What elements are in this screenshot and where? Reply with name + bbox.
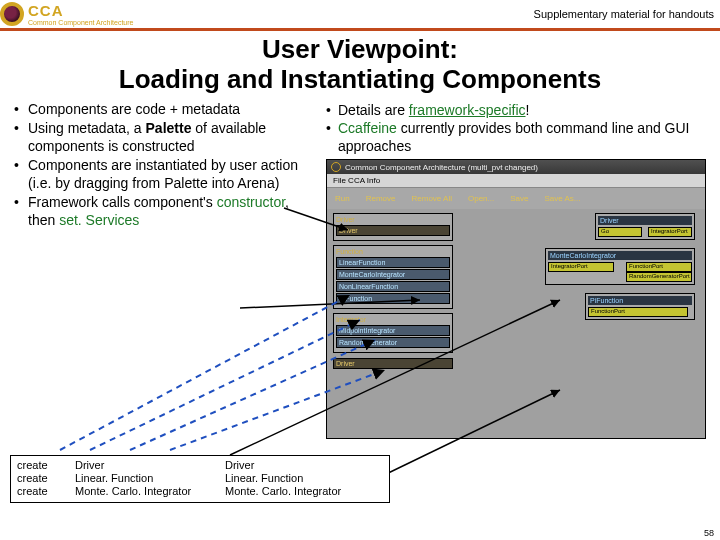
port-function[interactable]: FunctionPort — [626, 262, 692, 272]
cmd-row-3: create Monte. Carlo. Integrator Monte. C… — [17, 485, 383, 498]
supplementary-label: Supplementary material for handouts — [534, 8, 714, 20]
bullet-3: •Components are instantiated by user act… — [8, 157, 318, 192]
palette-chip-pi[interactable]: PiFunction — [336, 293, 450, 304]
palette-chip-rnd[interactable]: RandomGenerator — [336, 337, 450, 348]
slide-number: 58 — [704, 528, 714, 538]
palette-chip-mci[interactable]: MonteCarloIntegrator — [336, 269, 450, 280]
logo-subtitle: Common Component Architecture — [28, 19, 133, 26]
bullet-4: •Framework calls component's constructor… — [8, 194, 318, 229]
right-column: •Details are framework-specific! •Ccaffe… — [326, 101, 712, 440]
logo-text-cca: CCA — [28, 3, 133, 18]
right-bullet-2: •Ccaffeine currently provides both comma… — [326, 119, 712, 155]
gui-body: Driver Driver Function LinearFunction Mo… — [327, 209, 705, 431]
toolbar-save[interactable]: Save — [510, 194, 528, 203]
palette-group-integrator: Integrator MidpointIntegrator RandomGene… — [333, 313, 453, 353]
palette-group-driver: Driver Driver — [333, 213, 453, 241]
palette-chip-linearfunction[interactable]: LinearFunction — [336, 257, 450, 268]
port-functionport[interactable]: FunctionPort — [588, 307, 688, 317]
gui-title-text: Common Component Architecture (multi_pvt… — [345, 163, 538, 172]
toolbar-run[interactable]: Run — [335, 194, 350, 203]
port-go[interactable]: Go — [598, 227, 642, 237]
toolbar-open[interactable]: Open... — [468, 194, 494, 203]
left-column: •Components are code + metadata •Using m… — [8, 101, 318, 440]
palette-chip-nlf[interactable]: NonLinearFunction — [336, 281, 450, 292]
bullet-2: •Using metadata, a Palette of available … — [8, 120, 318, 155]
toolbar-save-as[interactable]: Save As... — [544, 194, 580, 203]
gui-screenshot: Common Component Architecture (multi_pvt… — [326, 159, 706, 439]
palette-column: Driver Driver Function LinearFunction Mo… — [333, 213, 453, 427]
port-int-r[interactable]: IntegratorPort — [648, 227, 692, 237]
port-integrator[interactable]: IntegratorPort — [548, 262, 614, 272]
gui-titlebar: Common Component Architecture (multi_pvt… — [327, 160, 705, 174]
palette-group-function: Function LinearFunction MonteCarloIntegr… — [333, 245, 453, 309]
title-line-2: Loading and Instantiating Components — [119, 64, 601, 94]
toolbar-remove[interactable]: Remove — [366, 194, 396, 203]
content-area: •Components are code + metadata •Using m… — [0, 95, 720, 440]
right-bullet-1: •Details are framework-specific! — [326, 101, 712, 119]
cmd-row-2: create Linear. Function Linear. Function — [17, 472, 383, 485]
palette-chip-mpi[interactable]: MidpointIntegrator — [336, 325, 450, 336]
title-line-1: User Viewpoint: — [262, 34, 458, 64]
arena-mci[interactable]: MonteCarloIntegrator IntegratorPortFunct… — [545, 248, 695, 285]
cca-logo-icon — [0, 2, 24, 26]
arena-column: Driver GoIntegratorPort MonteCarloIntegr… — [459, 213, 699, 427]
logo-block: CCA Common Component Architecture — [0, 2, 133, 26]
slide-title: User Viewpoint: Loading and Instantiatin… — [0, 35, 720, 95]
port-random[interactable]: RandomGeneratorPort — [626, 272, 692, 282]
command-block: create Driver Driver create Linear. Func… — [10, 455, 390, 503]
header-divider — [0, 28, 720, 31]
cmd-row-1: create Driver Driver — [17, 459, 383, 472]
slide-header: CCA Common Component Architecture Supple… — [0, 0, 720, 26]
palette-chip-driver[interactable]: Driver — [336, 225, 450, 236]
gui-logo-icon — [331, 162, 341, 172]
arena-driver[interactable]: Driver GoIntegratorPort — [595, 213, 695, 240]
bullet-1: •Components are code + metadata — [8, 101, 318, 119]
palette-chip-driver-bottom[interactable]: Driver — [333, 358, 453, 369]
toolbar-remove-all[interactable]: Remove All — [411, 194, 451, 203]
gui-menu-file[interactable]: File CCA Info — [327, 174, 705, 188]
gui-toolbar: Run Remove Remove All Open... Save Save … — [327, 188, 705, 209]
arena-pifunction[interactable]: PiFunction FunctionPort — [585, 293, 695, 320]
